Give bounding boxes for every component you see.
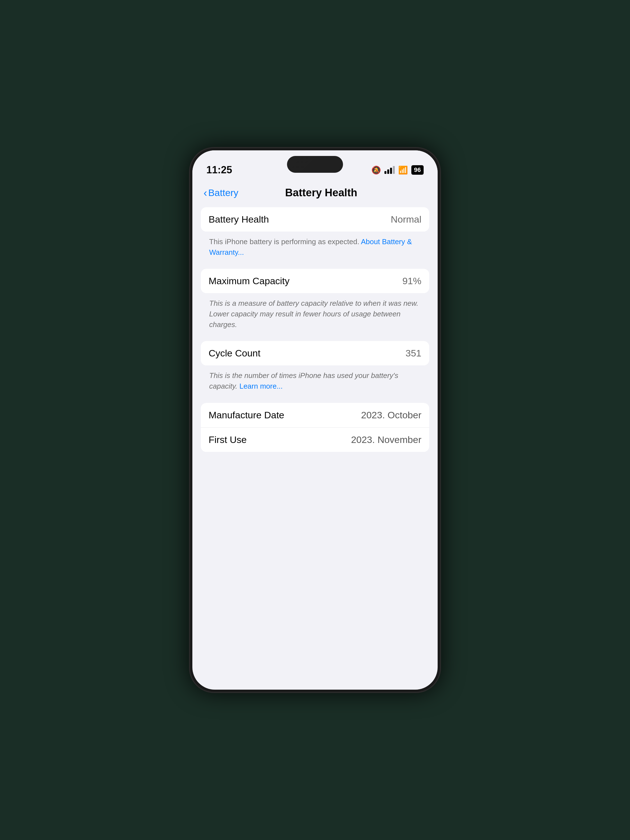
battery-health-description-text: This iPhone battery is performing as exp… — [209, 237, 359, 246]
maximum-capacity-row: Maximum Capacity 91% — [201, 269, 429, 293]
dates-card: Manufacture Date 2023. October First Use… — [201, 403, 429, 452]
maximum-capacity-label: Maximum Capacity — [208, 276, 289, 286]
back-label[interactable]: Battery — [208, 187, 238, 198]
maximum-capacity-description: This is a measure of battery capacity re… — [201, 295, 429, 335]
battery-percentage: 96 — [411, 165, 424, 175]
battery-health-description: This iPhone battery is performing as exp… — [201, 234, 429, 263]
back-chevron-icon: ‹ — [204, 188, 207, 198]
phone-frame: 11:25 🔕 📶 96 ‹ Battery Battery Health — [189, 147, 441, 693]
first-use-value: 2023. November — [351, 434, 422, 445]
cycle-count-card: Cycle Count 351 — [201, 341, 429, 365]
first-use-row: First Use 2023. November — [201, 428, 429, 452]
dynamic-island — [287, 156, 343, 173]
battery-health-label: Battery Health — [208, 214, 269, 225]
battery-health-card: Battery Health Normal — [201, 207, 429, 232]
manufacture-date-value: 2023. October — [361, 410, 422, 420]
back-button[interactable]: ‹ Battery — [204, 187, 238, 198]
content-area: Battery Health Normal This iPhone batter… — [193, 204, 437, 457]
maximum-capacity-value: 91% — [403, 276, 422, 286]
status-time: 11:25 — [206, 164, 232, 176]
nav-bar: ‹ Battery Battery Health — [193, 181, 437, 204]
cycle-count-learn-more-link[interactable]: Learn more... — [239, 382, 283, 390]
cycle-count-value: 351 — [406, 348, 422, 359]
cycle-count-row: Cycle Count 351 — [201, 341, 429, 365]
manufacture-date-label: Manufacture Date — [208, 410, 284, 420]
cycle-count-description-text: This is the number of times iPhone has u… — [209, 371, 398, 390]
first-use-label: First Use — [208, 434, 247, 445]
cycle-count-description: This is the number of times iPhone has u… — [201, 368, 429, 397]
phone-screen: 11:25 🔕 📶 96 ‹ Battery Battery Health — [193, 150, 437, 690]
battery-health-row: Battery Health Normal — [201, 207, 429, 232]
battery-health-value: Normal — [391, 214, 422, 225]
signal-bars — [384, 166, 395, 174]
wifi-icon: 📶 — [398, 166, 408, 175]
bell-icon: 🔕 — [371, 166, 381, 175]
status-bar: 11:25 🔕 📶 96 — [193, 150, 437, 181]
manufacture-date-row: Manufacture Date 2023. October — [201, 403, 429, 428]
maximum-capacity-card: Maximum Capacity 91% — [201, 269, 429, 293]
page-title: Battery Health — [238, 187, 404, 199]
cycle-count-label: Cycle Count — [208, 348, 261, 359]
status-icons: 🔕 📶 96 — [371, 165, 424, 175]
maximum-capacity-description-text: This is a measure of battery capacity re… — [209, 299, 418, 328]
